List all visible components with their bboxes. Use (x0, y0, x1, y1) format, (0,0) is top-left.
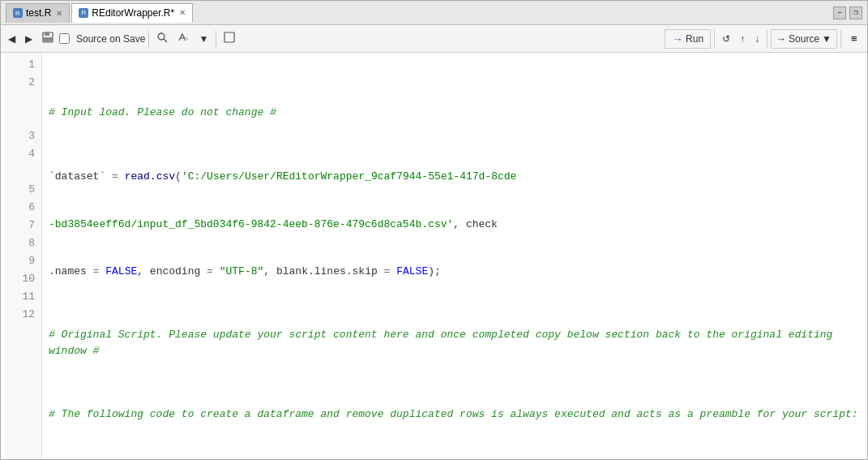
tab-icon-reditor: R (79, 8, 88, 18)
line-number-4: 4 (6, 145, 41, 163)
source-on-save-wrapper: Source on Save (59, 33, 145, 45)
separator-2 (216, 30, 216, 48)
format-button[interactable] (220, 29, 239, 49)
rerun-icon: ↺ (722, 33, 730, 45)
search-button[interactable] (152, 29, 172, 49)
separator-4 (767, 30, 768, 48)
code-line-1: # Input load. Please do not change # (49, 104, 861, 122)
down-button[interactable]: ↓ (750, 29, 763, 49)
editor-window: R test.R ✕ R REditorWrapper.R* ✕ − ❐ ◀ ▶ (0, 0, 868, 460)
code-text-1: # Input load. Please do not change # (49, 105, 276, 121)
code-content[interactable]: # Input load. Please do not change # `da… (42, 53, 867, 459)
dropdown-button[interactable]: ▼ (195, 29, 212, 49)
line-number-8: 8 (6, 234, 41, 252)
restore-button[interactable]: ❐ (849, 6, 862, 19)
spell-button[interactable] (173, 29, 193, 49)
source-on-save-label: Source on Save (76, 33, 145, 45)
svg-point-3 (158, 33, 165, 40)
left-gutter-indicator (1, 53, 6, 459)
run-arrow-icon: → (672, 32, 683, 45)
svg-rect-1 (45, 32, 49, 36)
spell-icon (177, 32, 189, 45)
code-text-4: # The following code to create a datafra… (49, 406, 858, 423)
svg-rect-2 (44, 37, 52, 41)
line-number-3b (6, 110, 41, 127)
tab-label-reditor: REditorWrapper.R* (92, 7, 174, 19)
minimize-button[interactable]: − (833, 6, 846, 19)
line-number-4b (6, 163, 41, 181)
back-icon: ◀ (8, 33, 15, 45)
code-line-2c: .names = FALSE, encoding = "UTF-8", blan… (49, 264, 861, 280)
toolbar: ◀ ▶ Source on Save (1, 25, 867, 53)
line-number-3c: 3 (6, 127, 41, 145)
forward-button[interactable]: ▶ (21, 29, 36, 49)
code-line-3: # Original Script. Please update your sc… (49, 327, 861, 359)
save-icon (42, 32, 53, 45)
code-line-4: # The following code to create a datafra… (49, 406, 861, 423)
svg-line-4 (164, 39, 167, 42)
line-numbers: 1 2 3 4 5 6 7 8 9 10 11 12 (6, 53, 42, 459)
line-number-5: 5 (6, 181, 41, 199)
line-number-11: 11 (6, 288, 41, 306)
line-number-2: 2 (6, 74, 41, 92)
up-icon: ↑ (740, 33, 745, 45)
format-icon (224, 32, 235, 45)
code-line-2a: `dataset` = read.csv('C:/Users/User/REdi… (49, 169, 861, 185)
forward-icon: ▶ (25, 33, 32, 45)
tab-close-reditor[interactable]: ✕ (179, 8, 186, 17)
line-number-7: 7 (6, 217, 41, 234)
tab-reditor-wrapper[interactable]: R REditorWrapper.R* ✕ (71, 3, 193, 23)
line-number-9: 9 (6, 252, 41, 270)
line-number-10: 10 (6, 270, 41, 288)
svg-rect-7 (224, 32, 234, 42)
run-label: Run (686, 33, 703, 45)
down-icon: ↓ (755, 33, 759, 45)
menu-button[interactable]: ≡ (844, 29, 864, 49)
tab-icon-test-r: R (13, 8, 23, 18)
source-dropdown-icon: ▼ (822, 33, 832, 45)
hamburger-icon: ≡ (851, 32, 857, 45)
code-text-2b: -bd3854eeff6d/input_df_5bd034f6-9842-4ee… (49, 217, 498, 233)
code-text-3: # Original Script. Please update your sc… (49, 327, 861, 359)
run-button[interactable]: → Run (665, 29, 711, 49)
tab-bar: R test.R ✕ R REditorWrapper.R* ✕ (6, 1, 193, 24)
code-text-2c: .names = FALSE, encoding = "UTF-8", blan… (49, 264, 441, 280)
source-arrow-icon: → (776, 33, 786, 45)
code-line-2b: -bd3854eeff6d/input_df_5bd034f6-9842-4ee… (49, 217, 861, 233)
line-number-1: 1 (6, 56, 41, 74)
right-toolbar: → Run ↺ ↑ ↓ → Source ▼ ≡ (665, 29, 864, 49)
dropdown-icon: ▼ (199, 33, 208, 45)
source-label: Source (789, 33, 819, 45)
svg-line-6 (186, 37, 188, 40)
title-bar: R test.R ✕ R REditorWrapper.R* ✕ − ❐ (1, 1, 867, 25)
line-number-6: 6 (6, 199, 41, 217)
line-number-12: 12 (6, 306, 41, 324)
separator-5 (840, 30, 841, 48)
separator-3 (714, 30, 715, 48)
code-editor-area: 1 2 3 4 5 6 7 8 9 10 11 12 # Input load.… (1, 53, 867, 459)
source-button[interactable]: → Source ▼ (771, 29, 837, 49)
source-on-save-checkbox[interactable] (59, 33, 70, 44)
rerun-button[interactable]: ↺ (718, 29, 734, 49)
window-controls: − ❐ (833, 6, 862, 19)
up-button[interactable]: ↑ (736, 29, 749, 49)
tab-label-test-r: test.R (26, 7, 51, 19)
separator-1 (148, 30, 149, 48)
back-button[interactable]: ◀ (4, 29, 19, 49)
code-text-2a: `dataset` = read.csv('C:/Users/User/REdi… (49, 169, 516, 185)
tab-test-r[interactable]: R test.R ✕ (6, 3, 70, 23)
save-button[interactable] (38, 29, 58, 49)
tab-close-test-r[interactable]: ✕ (56, 9, 62, 18)
search-icon (156, 32, 168, 45)
line-number-3 (6, 92, 41, 110)
